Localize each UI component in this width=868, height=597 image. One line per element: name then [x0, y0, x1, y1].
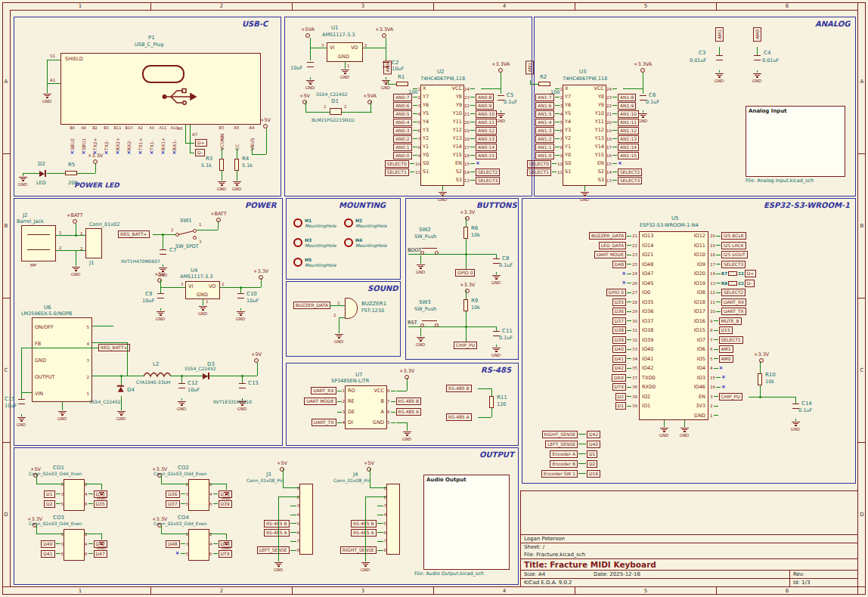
- net-label[interactable]: I2S LRCK: [721, 242, 746, 249]
- gnd-flag[interactable]: GND: [333, 331, 344, 344]
- pin-row[interactable]: 17AN1:14: [606, 143, 671, 151]
- net-label-rs485a-term[interactable]: RS-485 A: [446, 413, 472, 421]
- net-label[interactable]: SELECT3: [721, 261, 746, 268]
- pin-row[interactable]: 13SELECT3: [606, 176, 671, 184]
- pin-row[interactable]: 3: [326, 502, 386, 511]
- net-label[interactable]: LED_DATA: [599, 242, 626, 249]
- pin-row[interactable]: 26: [522, 279, 637, 289]
- pin-row[interactable]: D3528: [522, 298, 637, 308]
- net-label[interactable]: SELECT0: [527, 160, 551, 168]
- pin-row[interactable]: 19I2S LRCK: [710, 241, 861, 251]
- mounting-hole[interactable]: H2MountingHole: [344, 213, 395, 233]
- pin-row[interactable]: AN1:63: [519, 101, 563, 110]
- net-label[interactable]: AN1:8: [618, 94, 636, 101]
- resistor-r1[interactable]: [396, 82, 408, 86]
- gnd-flag[interactable]: GND: [679, 425, 690, 438]
- pin-row[interactable]: 2: [710, 401, 861, 411]
- net-label[interactable]: D36: [166, 490, 179, 498]
- pin-row[interactable]: LED_DATA22: [522, 241, 637, 251]
- gnd-flag[interactable]: GND: [221, 487, 231, 500]
- gnd-flag[interactable]: GND: [197, 303, 208, 316]
- net-label[interactable]: SELECT1: [527, 169, 551, 176]
- pin-row[interactable]: RIGHT_SENSE8: [326, 546, 386, 555]
- gnd-flag[interactable]: GND: [70, 264, 81, 277]
- pin-row[interactable]: DRX37: [522, 373, 637, 383]
- net-tie-row[interactable]: Encoder SW 1D16: [528, 469, 660, 478]
- net-label[interactable]: D1: [587, 450, 597, 458]
- net-label[interactable]: AN0:9: [476, 102, 494, 110]
- net-label-buzzer-data[interactable]: BUZZER_DATA: [293, 302, 330, 309]
- usb-plug-symbol[interactable]: [60, 53, 261, 125]
- power-flag-3v3a[interactable]: +3.3VA: [375, 27, 393, 38]
- net-label[interactable]: SELECT2: [476, 169, 500, 176]
- pin-row[interactable]: D4235: [522, 363, 637, 373]
- net-label[interactable]: AM1: [719, 345, 733, 353]
- pin-row[interactable]: AN1:09: [519, 151, 563, 159]
- pin-row[interactable]: D3730: [522, 317, 637, 326]
- net-label[interactable]: SELECT2: [721, 289, 746, 296]
- usb-pin[interactable]: B5VCONN: [214, 125, 229, 150]
- net-label[interactable]: DTX: [612, 383, 626, 391]
- gnd-flag[interactable]: GND: [96, 537, 107, 550]
- net-label[interactable]: AN1:2: [535, 135, 553, 143]
- pin-row[interactable]: 4D42: [85, 539, 130, 549]
- net-label[interactable]: D35: [94, 500, 107, 508]
- net-label-rst[interactable]: RST: [408, 320, 417, 326]
- pin-row[interactable]: AN0:09: [377, 151, 420, 159]
- gnd-flag[interactable]: GND: [415, 261, 426, 274]
- net-label[interactable]: AN0:1: [393, 144, 411, 151]
- net-label[interactable]: D2: [44, 500, 54, 508]
- gnd-flag[interactable]: GND: [415, 334, 426, 347]
- pin-row[interactable]: AN1:45: [519, 118, 563, 126]
- usb-pin[interactable]: B11RX2+: [112, 125, 123, 156]
- resistor-r2[interactable]: [538, 82, 550, 86]
- net-label[interactable]: D15: [719, 326, 733, 334]
- net-label[interactable]: RS-485 B: [396, 397, 422, 405]
- pin-row[interactable]: 23AN1:8: [606, 93, 671, 101]
- pin-row[interactable]: 3: [239, 502, 299, 511]
- net-label[interactable]: AN1:11: [618, 119, 639, 126]
- net-label[interactable]: UART MODE: [594, 251, 626, 258]
- pin-row[interactable]: GND3: [35, 352, 89, 369]
- net-label[interactable]: UART_TX: [312, 419, 336, 426]
- pin-row[interactable]: 6D35: [85, 499, 130, 509]
- net-label[interactable]: AN1:10: [618, 110, 639, 118]
- net-label[interactable]: AN0:14: [476, 144, 497, 151]
- pin-row[interactable]: AN0:63: [377, 101, 420, 110]
- power-flag-5v[interactable]: +5V: [251, 352, 262, 363]
- usb-pin[interactable]: A5CC: [229, 125, 244, 150]
- net-label[interactable]: DTX: [219, 550, 232, 558]
- resistor-r9[interactable]: [463, 299, 468, 311]
- net-label[interactable]: RS-485 A: [351, 529, 377, 537]
- pin-row[interactable]: 5AM0: [710, 354, 861, 364]
- pin-row[interactable]: VIN1: [35, 385, 89, 402]
- pin-row[interactable]: AN0:27: [377, 135, 420, 143]
- pin-row[interactable]: AN1:18: [519, 143, 563, 151]
- net-label[interactable]: D-: [745, 280, 755, 287]
- pin-row[interactable]: 15: [606, 159, 671, 168]
- switch-sw3[interactable]: [420, 320, 439, 327]
- pin-row[interactable]: 22AN1:9: [606, 101, 671, 110]
- net-label[interactable]: Encoder B: [550, 460, 578, 468]
- net-label[interactable]: AN0:12: [476, 127, 497, 135]
- switch-sw1[interactable]: [175, 228, 197, 240]
- net-label[interactable]: DRX: [612, 374, 626, 382]
- pin-row[interactable]: UART_TX4: [289, 417, 345, 428]
- net-label[interactable]: AN0:3: [393, 127, 411, 135]
- pin-row[interactable]: 7RS-485 B: [387, 396, 470, 407]
- pin-row[interactable]: UART MODE23: [522, 250, 637, 260]
- usb-pin[interactable]: A3TX1-: [146, 125, 157, 156]
- net-label[interactable]: D2: [615, 393, 626, 401]
- gnd-flag[interactable]: GND: [17, 174, 28, 187]
- pin-row[interactable]: 20I2S BCLK: [710, 231, 861, 241]
- net-label-gpio0[interactable]: GPIO 0: [455, 269, 475, 277]
- net-label[interactable]: AN0:2: [393, 135, 411, 143]
- pin-row[interactable]: 18I2S DOUT: [710, 250, 861, 260]
- net-label[interactable]: Encoder SW 1: [541, 470, 578, 478]
- net-label[interactable]: D41: [41, 550, 54, 558]
- pin-row[interactable]: D3831: [522, 326, 637, 336]
- pin-row[interactable]: 11UART_RX: [710, 298, 861, 308]
- pin-row[interactable]: 4: [326, 510, 386, 519]
- net-label[interactable]: AN1:4: [535, 119, 553, 126]
- gnd-flag[interactable]: GND: [237, 398, 247, 411]
